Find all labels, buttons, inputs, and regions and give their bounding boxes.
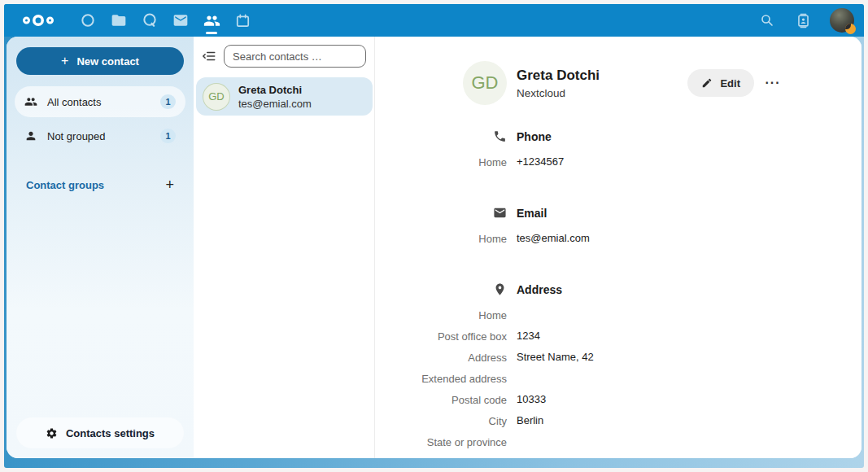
new-contact-button[interactable]: + New contact bbox=[16, 47, 184, 75]
detail-row: State or province bbox=[375, 435, 861, 448]
detail-row: CityBerlin bbox=[375, 414, 861, 427]
detail-row: Home bbox=[375, 308, 861, 321]
contact-email: tes@emial.com bbox=[238, 98, 312, 110]
field-value: Street Name, 42 bbox=[517, 351, 861, 364]
detail-section-email: EmailHometes@emial.com bbox=[375, 206, 861, 245]
edit-button[interactable]: Edit bbox=[687, 69, 754, 97]
section-title: Phone bbox=[517, 130, 861, 143]
add-group-button[interactable]: + bbox=[165, 177, 174, 192]
status-away-icon bbox=[845, 24, 856, 34]
contact-details-header: GD Greta Dotchi Nextcloud Edit ··· bbox=[375, 61, 861, 105]
dashboard-icon[interactable] bbox=[72, 4, 103, 37]
app-sidebar: + New contact All contacts 1 Not grouped… bbox=[7, 37, 194, 458]
people-icon bbox=[24, 95, 37, 108]
calendar-icon[interactable] bbox=[227, 4, 258, 37]
field-label: Extended address bbox=[375, 373, 507, 385]
search-contacts-input[interactable] bbox=[224, 45, 366, 68]
contact-organization: Nextcloud bbox=[517, 87, 600, 99]
sidebar-item-all-contacts[interactable]: All contacts 1 bbox=[15, 86, 185, 117]
new-contact-label: New contact bbox=[76, 55, 139, 68]
field-value: +1234567 bbox=[517, 155, 861, 168]
detail-row: Extended address bbox=[375, 372, 861, 385]
detail-row: Home+1234567 bbox=[375, 155, 861, 168]
talk-icon[interactable] bbox=[134, 4, 165, 37]
nextcloud-logo-icon[interactable] bbox=[22, 11, 55, 30]
detail-row: AddressStreet Name, 42 bbox=[375, 351, 861, 364]
files-icon[interactable] bbox=[103, 4, 134, 37]
edit-label: Edit bbox=[720, 77, 740, 90]
sidebar-item-not-grouped[interactable]: Not grouped 1 bbox=[15, 120, 185, 151]
field-value: Berlin bbox=[517, 414, 861, 427]
search-icon[interactable] bbox=[752, 4, 783, 37]
field-label: City bbox=[375, 415, 507, 427]
contact-fullname: Greta Dotchi bbox=[517, 68, 600, 84]
contacts-menu-icon[interactable] bbox=[787, 4, 818, 37]
nextcloud-app: + New contact All contacts 1 Not grouped… bbox=[4, 4, 864, 468]
field-value: 1234 bbox=[517, 330, 861, 343]
person-icon bbox=[24, 129, 37, 142]
detail-row: Postal code10333 bbox=[375, 393, 861, 406]
field-label: Home bbox=[375, 309, 507, 321]
mail-icon[interactable] bbox=[165, 4, 196, 37]
contact-avatar-large: GD bbox=[463, 61, 507, 105]
detail-section-phone: PhoneHome+1234567 bbox=[375, 129, 861, 168]
field-value bbox=[517, 372, 861, 385]
detail-row: Hometes@emial.com bbox=[375, 232, 861, 245]
field-label: Post office box bbox=[375, 330, 507, 343]
field-label: Home bbox=[375, 156, 507, 168]
phone-icon bbox=[493, 129, 507, 143]
sidebar-item-label: Not grouped bbox=[47, 130, 106, 142]
count-badge: 1 bbox=[160, 94, 176, 109]
field-label: State or province bbox=[375, 436, 507, 448]
plus-icon: + bbox=[61, 54, 68, 68]
field-value bbox=[517, 308, 861, 321]
section-title: Email bbox=[517, 207, 861, 220]
contact-list-item[interactable]: GD Greta Dotchi tes@emial.com bbox=[196, 77, 373, 116]
location-icon bbox=[493, 282, 507, 296]
topbar-right-group bbox=[752, 4, 854, 37]
count-badge: 1 bbox=[160, 129, 176, 143]
contacts-settings-label: Contacts settings bbox=[66, 427, 155, 439]
sidebar-spacer bbox=[7, 192, 194, 417]
field-label: Home bbox=[375, 233, 507, 245]
section-title: Address bbox=[517, 283, 861, 296]
contact-groups-heading: Contact groups bbox=[26, 179, 104, 191]
field-value: 10333 bbox=[517, 393, 861, 406]
email-icon bbox=[493, 206, 507, 220]
pencil-icon bbox=[701, 77, 713, 89]
field-value bbox=[517, 435, 861, 448]
contact-name: Greta Dotchi bbox=[238, 84, 312, 96]
contact-details-panel: GD Greta Dotchi Nextcloud Edit ··· Phone… bbox=[375, 37, 861, 458]
contacts-settings-button[interactable]: Contacts settings bbox=[16, 417, 184, 448]
detail-row: Post office box1234 bbox=[375, 330, 861, 343]
field-label: Postal code bbox=[375, 394, 507, 406]
contact-groups-row: Contact groups + bbox=[16, 177, 184, 192]
user-avatar[interactable] bbox=[830, 8, 854, 33]
collapse-sidebar-icon[interactable] bbox=[202, 49, 216, 63]
gear-icon bbox=[46, 427, 58, 439]
screenshot-frame: + New contact All contacts 1 Not grouped… bbox=[0, 0, 868, 472]
sidebar-item-label: All contacts bbox=[47, 96, 101, 108]
contact-avatar: GD bbox=[203, 83, 230, 111]
more-actions-button[interactable]: ··· bbox=[759, 69, 787, 97]
field-value: tes@emial.com bbox=[517, 232, 861, 245]
detail-section-address: AddressHomePost office box1234AddressStr… bbox=[375, 282, 861, 448]
contacts-app-icon[interactable] bbox=[196, 4, 227, 37]
contact-detail-sections: PhoneHome+1234567EmailHometes@emial.comA… bbox=[375, 129, 861, 448]
field-label: Address bbox=[375, 352, 507, 364]
contact-list-panel: GD Greta Dotchi tes@emial.com bbox=[194, 37, 375, 458]
contact-list-header bbox=[194, 45, 374, 68]
content-card: + New contact All contacts 1 Not grouped… bbox=[7, 37, 861, 458]
top-bar bbox=[4, 4, 864, 37]
